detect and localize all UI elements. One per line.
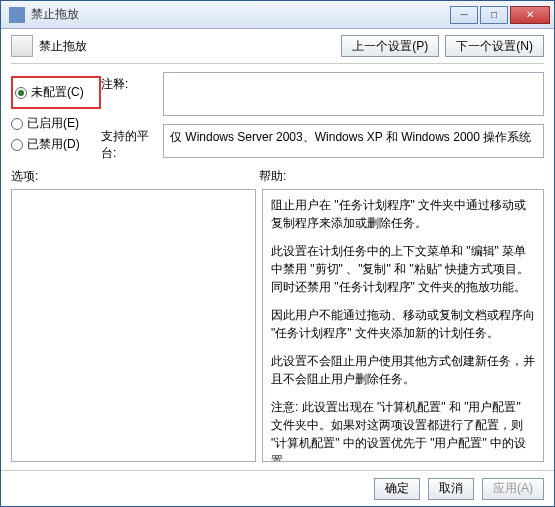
maximize-button[interactable]: □	[480, 6, 508, 24]
ok-button[interactable]: 确定	[374, 478, 420, 500]
highlight-box: 未配置(C)	[11, 76, 101, 109]
radio-label: 已启用(E)	[27, 115, 79, 132]
cancel-button[interactable]: 取消	[428, 478, 474, 500]
platform-box: 仅 Windows Server 2003、Windows XP 和 Windo…	[163, 124, 544, 158]
app-icon	[9, 7, 25, 23]
comment-row: 注释:	[101, 72, 544, 116]
platform-row: 支持的平台: 仅 Windows Server 2003、Windows XP …	[101, 124, 544, 162]
radio-label: 已禁用(D)	[27, 136, 80, 153]
radio-not-configured[interactable]: 未配置(C)	[15, 84, 97, 101]
help-paragraph: 此设置在计划任务中的上下文菜单和 "编辑" 菜单中禁用 "剪切" 、"复制" 和…	[271, 242, 535, 296]
page-heading: 禁止拖放	[39, 38, 87, 55]
window-buttons: ─ □ ✕	[450, 6, 550, 24]
nav-buttons: 上一个设置(P) 下一个设置(N)	[341, 35, 544, 57]
minimize-button[interactable]: ─	[450, 6, 478, 24]
comment-label: 注释:	[101, 72, 163, 93]
lower-row: 阻止用户在 "任务计划程序" 文件夹中通过移动或复制程序来添加或删除任务。此设置…	[11, 189, 544, 462]
help-label: 帮助:	[259, 168, 544, 185]
radio-icon	[15, 87, 27, 99]
subheader-row: 选项: 帮助:	[11, 168, 544, 185]
platform-label: 支持的平台:	[101, 124, 163, 162]
dialog-window: 禁止拖放 ─ □ ✕ 禁止拖放 上一个设置(P) 下一个设置(N) 未配置(C)	[0, 0, 555, 507]
content-area: 禁止拖放 上一个设置(P) 下一个设置(N) 未配置(C) 已启用(E)	[1, 29, 554, 470]
radio-label: 未配置(C)	[31, 84, 84, 101]
radio-enabled[interactable]: 已启用(E)	[11, 115, 101, 132]
titlebar[interactable]: 禁止拖放 ─ □ ✕	[1, 1, 554, 29]
comment-textarea[interactable]	[163, 72, 544, 116]
options-box	[11, 189, 256, 462]
help-paragraph: 因此用户不能通过拖动、移动或复制文档或程序向 "任务计划程序" 文件夹添加新的计…	[271, 306, 535, 342]
prev-setting-button[interactable]: 上一个设置(P)	[341, 35, 439, 57]
options-label: 选项:	[11, 168, 259, 185]
radio-column: 未配置(C) 已启用(E) 已禁用(D)	[11, 72, 101, 162]
fields-column: 注释: 支持的平台: 仅 Windows Server 2003、Windows…	[101, 72, 544, 162]
radio-icon	[11, 118, 23, 130]
help-paragraph: 注意: 此设置出现在 "计算机配置" 和 "用户配置" 文件夹中。如果对这两项设…	[271, 398, 535, 462]
divider	[11, 63, 544, 64]
window-title: 禁止拖放	[31, 6, 450, 23]
close-button[interactable]: ✕	[510, 6, 550, 24]
help-paragraph: 阻止用户在 "任务计划程序" 文件夹中通过移动或复制程序来添加或删除任务。	[271, 196, 535, 232]
help-box[interactable]: 阻止用户在 "任务计划程序" 文件夹中通过移动或复制程序来添加或删除任务。此设置…	[262, 189, 544, 462]
next-setting-button[interactable]: 下一个设置(N)	[445, 35, 544, 57]
footer: 确定 取消 应用(A)	[1, 470, 554, 506]
apply-button[interactable]: 应用(A)	[482, 478, 544, 500]
radio-icon	[11, 139, 23, 151]
radio-disabled[interactable]: 已禁用(D)	[11, 136, 101, 153]
help-paragraph: 此设置不会阻止用户使用其他方式创建新任务，并且不会阻止用户删除任务。	[271, 352, 535, 388]
config-row: 未配置(C) 已启用(E) 已禁用(D) 注释: 支持的平	[11, 72, 544, 162]
platform-text: 仅 Windows Server 2003、Windows XP 和 Windo…	[170, 130, 531, 144]
header-row: 禁止拖放 上一个设置(P) 下一个设置(N)	[11, 35, 544, 57]
policy-icon	[11, 35, 33, 57]
